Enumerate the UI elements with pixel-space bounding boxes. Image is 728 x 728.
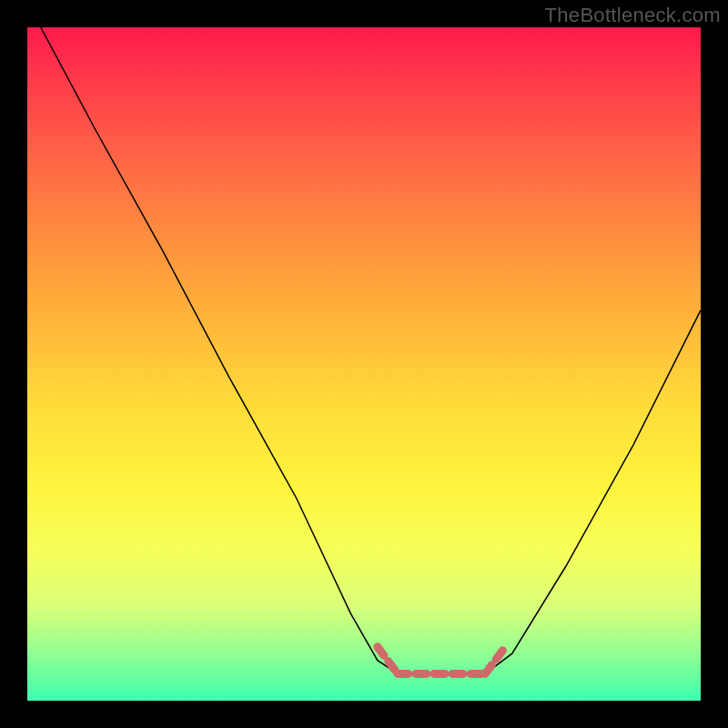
chart-frame: TheBottleneck.com bbox=[0, 0, 728, 728]
curve-layer bbox=[27, 27, 701, 701]
accent-left-segment bbox=[378, 647, 398, 674]
curve-left-branch bbox=[41, 27, 398, 673]
plot-gradient-area bbox=[27, 27, 701, 701]
curve-right-branch bbox=[485, 310, 701, 674]
watermark-text: TheBottleneck.com bbox=[545, 4, 721, 27]
